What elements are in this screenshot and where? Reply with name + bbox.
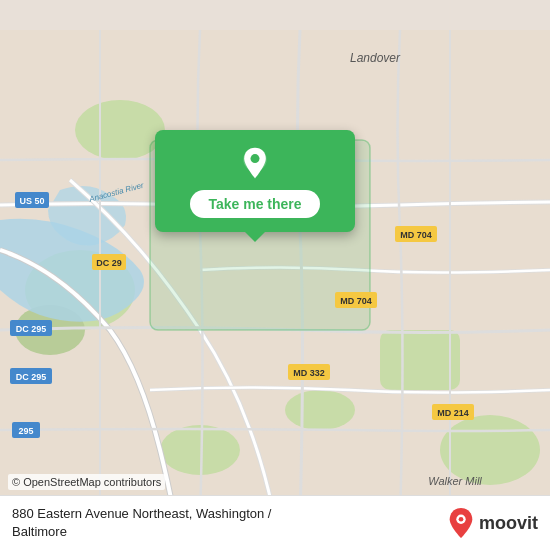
moovit-label: moovit	[479, 513, 538, 534]
svg-text:MD 214: MD 214	[437, 408, 469, 418]
take-me-there-button[interactable]: Take me there	[190, 190, 319, 218]
svg-point-7	[285, 390, 355, 430]
map-container: US 50 DC 29 DC 295 DC 295 295 90 MD 704 …	[0, 0, 550, 550]
svg-text:MD 704: MD 704	[400, 230, 432, 240]
svg-text:Landover: Landover	[350, 51, 401, 65]
svg-text:US 50: US 50	[19, 196, 44, 206]
attribution: © OpenStreetMap contributors	[8, 474, 165, 490]
svg-text:DC 29: DC 29	[96, 258, 122, 268]
svg-text:DC 295: DC 295	[16, 372, 47, 382]
moovit-pin-icon	[447, 507, 475, 539]
address-line2: Baltimore	[12, 524, 67, 539]
svg-text:295: 295	[18, 426, 33, 436]
svg-rect-4	[380, 330, 460, 390]
svg-point-6	[160, 425, 240, 475]
svg-point-33	[251, 154, 260, 163]
address-line1: 880 Eastern Avenue Northeast, Washington…	[12, 506, 271, 521]
popup-card: Take me there	[155, 130, 355, 232]
svg-text:Walker Mill: Walker Mill	[428, 475, 482, 487]
svg-text:MD 332: MD 332	[293, 368, 325, 378]
attribution-text: © OpenStreetMap contributors	[12, 476, 161, 488]
moovit-logo: moovit	[447, 507, 538, 539]
svg-text:MD 704: MD 704	[340, 296, 372, 306]
map-svg: US 50 DC 29 DC 295 DC 295 295 90 MD 704 …	[0, 0, 550, 550]
svg-text:DC 295: DC 295	[16, 324, 47, 334]
address-text: 880 Eastern Avenue Northeast, Washington…	[12, 505, 447, 541]
svg-point-35	[459, 517, 464, 522]
bottom-bar: 880 Eastern Avenue Northeast, Washington…	[0, 495, 550, 550]
location-pin-icon	[237, 146, 273, 182]
